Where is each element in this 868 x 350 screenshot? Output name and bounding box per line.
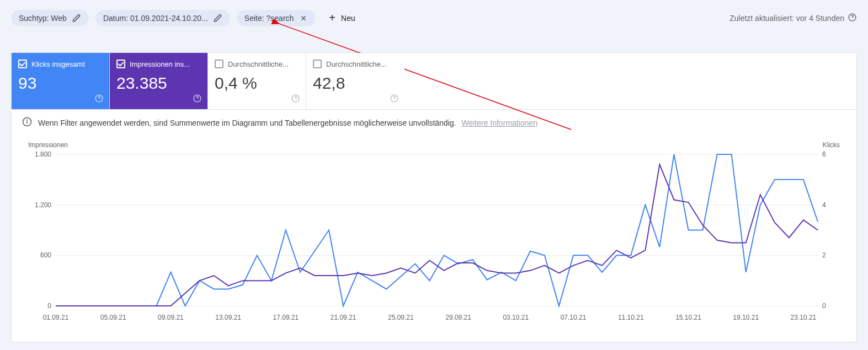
filter-chip-date[interactable]: Datum: 01.09.2021-24.10.20...: [95, 10, 230, 26]
svg-text:13.09.21: 13.09.21: [215, 314, 241, 321]
help-icon[interactable]: [193, 94, 202, 105]
close-icon[interactable]: [299, 14, 308, 23]
svg-text:09.09.21: 09.09.21: [158, 314, 184, 321]
help-icon[interactable]: [291, 94, 300, 105]
chip-label: Suchtyp: Web: [19, 14, 67, 23]
svg-text:23.10.21: 23.10.21: [791, 314, 817, 321]
performance-panel: Klicks insgesamt 93 Impressionen ins... …: [11, 52, 857, 342]
checkbox-icon: [215, 60, 223, 68]
svg-text:6: 6: [822, 150, 826, 158]
checkbox-icon: [116, 60, 125, 68]
info-link[interactable]: Weitere Informationen: [461, 119, 537, 127]
info-bar: Wenn Filter angewendet werden, sind Summ…: [12, 110, 856, 136]
svg-text:0: 0: [47, 302, 51, 310]
info-icon[interactable]: [848, 13, 857, 24]
checkbox-icon: [313, 60, 322, 68]
svg-text:25.09.21: 25.09.21: [388, 314, 414, 321]
svg-text:1.200: 1.200: [35, 201, 51, 209]
plus-icon: +: [329, 12, 336, 24]
last-updated: Zuletzt aktualisiert: vor 4 Stunden: [729, 13, 857, 24]
svg-text:21.09.21: 21.09.21: [331, 314, 356, 321]
svg-text:05.09.21: 05.09.21: [100, 314, 126, 321]
chip-label: Seite: ?search: [244, 14, 294, 23]
pencil-icon: [72, 14, 81, 23]
checkbox-icon: [18, 60, 27, 68]
metric-label: Durchschnittliche...: [326, 60, 387, 68]
chart: Impressionen Klicks 06001.2001.800024601…: [12, 136, 856, 342]
svg-text:2: 2: [822, 251, 826, 259]
metric-card-position[interactable]: Durchschnittliche... 42,8: [306, 53, 404, 109]
chart-svg: 06001.2001.800024601.09.2105.09.2109.09.…: [28, 149, 840, 325]
svg-text:1.800: 1.800: [35, 150, 51, 158]
new-filter-button[interactable]: + Neu: [322, 8, 361, 28]
metric-card-ctr[interactable]: Durchschnittliche... 0,4 %: [208, 53, 306, 109]
new-label: Neu: [341, 14, 355, 23]
metric-card-impressions[interactable]: Impressionen ins... 23.385: [110, 53, 208, 109]
updated-text: Zuletzt aktualisiert: vor 4 Stunden: [729, 14, 844, 23]
metric-label: Klicks insgesamt: [31, 60, 85, 68]
metric-cards: Klicks insgesamt 93 Impressionen ins... …: [12, 53, 856, 110]
metric-value: 23.385: [116, 74, 201, 93]
info-text: Wenn Filter angewendet werden, sind Summ…: [38, 119, 456, 127]
svg-text:01.09.21: 01.09.21: [43, 314, 69, 321]
svg-text:29.09.21: 29.09.21: [445, 314, 471, 321]
svg-point-9: [27, 120, 28, 120]
metric-value: 42,8: [313, 74, 398, 93]
chip-label: Datum: 01.09.2021-24.10.20...: [103, 14, 208, 23]
svg-text:03.10.21: 03.10.21: [503, 314, 529, 321]
filter-chip-page[interactable]: Seite: ?search: [237, 10, 316, 26]
svg-text:19.10.21: 19.10.21: [733, 314, 759, 321]
svg-text:4: 4: [822, 201, 826, 209]
help-icon[interactable]: [94, 94, 104, 105]
filter-chip-search-type[interactable]: Suchtyp: Web: [11, 10, 89, 26]
svg-text:17.09.21: 17.09.21: [273, 314, 299, 321]
metric-label: Durchschnittliche...: [228, 60, 289, 68]
info-icon: [22, 116, 33, 129]
svg-text:07.10.21: 07.10.21: [561, 314, 587, 321]
svg-text:11.10.21: 11.10.21: [618, 314, 644, 321]
svg-text:15.10.21: 15.10.21: [675, 314, 701, 321]
metric-value: 0,4 %: [215, 74, 299, 93]
filter-bar: Suchtyp: Web Datum: 01.09.2021-24.10.20.…: [0, 0, 868, 36]
y-axis-right-title: Klicks: [823, 141, 840, 149]
svg-text:600: 600: [40, 251, 51, 259]
metric-value: 93: [18, 74, 103, 93]
metric-card-clicks[interactable]: Klicks insgesamt 93: [12, 53, 110, 109]
y-axis-left-title: Impressionen: [28, 141, 68, 149]
metric-label: Impressionen ins...: [130, 60, 190, 68]
pencil-icon: [214, 14, 222, 23]
svg-text:0: 0: [822, 302, 826, 310]
help-icon[interactable]: [390, 94, 399, 105]
